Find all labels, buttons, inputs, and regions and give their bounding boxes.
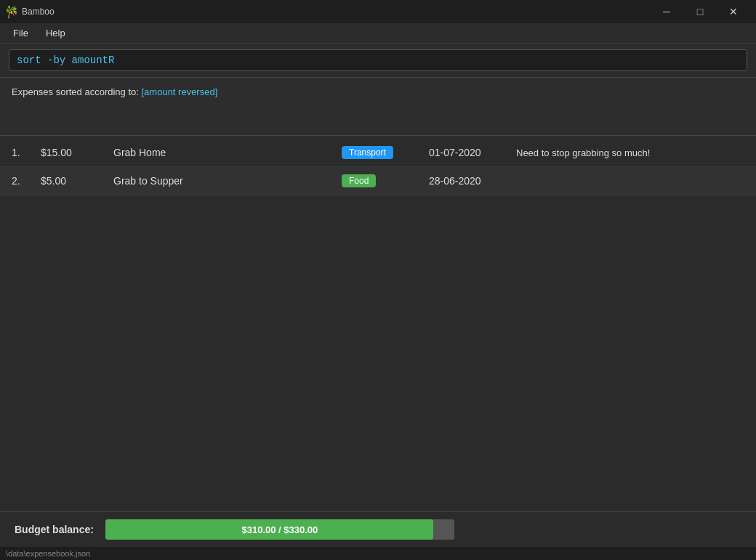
menu-bar: File Help: [0, 23, 756, 44]
output-area: Expenses sorted according to: [amount re…: [0, 78, 756, 136]
category-badge: Food: [342, 174, 376, 187]
output-message: Expenses sorted according to: [amount re…: [12, 86, 744, 97]
output-highlight: [amount reversed]: [142, 86, 218, 97]
title-bar-left: 🎋 Bamboo: [6, 6, 55, 17]
category-badge: Transport: [342, 146, 393, 159]
expense-name: Grab Home: [113, 147, 342, 158]
bottom-area: Budget balance: $310.00 / $330.00: [0, 511, 756, 547]
expense-amount: $15.00: [41, 147, 113, 158]
command-input[interactable]: [9, 49, 747, 71]
output-prefix: Expenses sorted according to:: [12, 86, 142, 97]
table-row: 2. $5.00 Grab to Supper Food 28-06-2020: [0, 167, 756, 195]
budget-bar-container: $310.00 / $330.00: [105, 519, 454, 540]
app-title: Bamboo: [22, 7, 55, 17]
bamboo-app-icon: 🎋: [6, 6, 17, 17]
menu-help[interactable]: Help: [39, 25, 73, 41]
expense-date: 01-07-2020: [429, 147, 516, 158]
expense-index: 1.: [12, 147, 41, 158]
expense-index: 2.: [12, 175, 41, 187]
expense-name: Grab to Supper: [113, 175, 342, 187]
budget-bar-text: $310.00 / $330.00: [105, 519, 454, 540]
command-area: [0, 44, 756, 78]
budget-section: Budget balance: $310.00 / $330.00: [15, 519, 741, 540]
maximize-button[interactable]: □: [683, 0, 717, 23]
bamboo-icon: 🎋: [4, 5, 19, 19]
expenses-list: 1. $15.00 Grab Home Transport 01-07-2020…: [0, 136, 756, 511]
table-row: 1. $15.00 Grab Home Transport 01-07-2020…: [0, 139, 756, 167]
expense-note: Need to stop grabbing so much!: [516, 147, 744, 158]
expense-category: Transport: [342, 146, 429, 159]
expense-date: 28-06-2020: [429, 175, 516, 187]
title-bar: 🎋 Bamboo ─ □ ✕: [0, 0, 756, 23]
expense-category: Food: [342, 174, 429, 187]
window-controls: ─ □ ✕: [650, 0, 750, 23]
menu-file[interactable]: File: [6, 25, 36, 41]
budget-label: Budget balance:: [15, 524, 94, 535]
footer-path: \data\expensebook.json: [0, 547, 756, 560]
expense-amount: $5.00: [41, 175, 113, 187]
minimize-button[interactable]: ─: [650, 0, 683, 23]
close-button[interactable]: ✕: [717, 0, 750, 23]
